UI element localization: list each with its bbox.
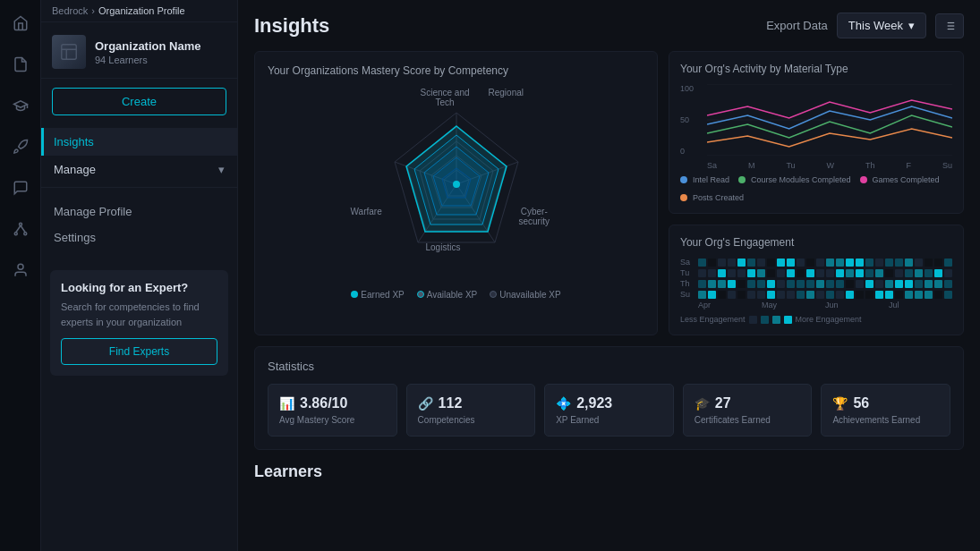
radar-label-warfare: Warfare (351, 207, 382, 216)
heatmap-cell (934, 269, 942, 277)
y-label-50: 50 (680, 115, 702, 124)
y-label-100: 100 (680, 84, 702, 93)
y-label-0: 0 (680, 147, 702, 156)
heatmap-cell (826, 269, 834, 277)
heatmap-cell (787, 291, 795, 299)
cert-label: Certificates Earned (695, 415, 801, 425)
legend-games: Games Completed (873, 175, 940, 184)
find-experts-button[interactable]: Find Experts (61, 338, 217, 365)
user-icon[interactable] (8, 258, 33, 283)
heatmap-cell (925, 269, 933, 277)
heatmap-cell (737, 259, 746, 267)
heatmap-cell (915, 280, 923, 288)
heatmap-cell (856, 259, 864, 267)
chat-icon[interactable] (8, 175, 33, 200)
export-button[interactable]: Export Data (766, 19, 828, 32)
heatmap-cell (856, 291, 864, 299)
svg-point-5 (18, 264, 23, 269)
file-icon[interactable] (8, 52, 33, 77)
rocket-icon[interactable] (8, 134, 33, 159)
heatmap-cell (787, 269, 795, 277)
heatmap-cell (777, 259, 785, 267)
graduation-icon[interactable] (8, 93, 33, 118)
legend-more: More Engagement (796, 315, 862, 324)
org-name: Organization Name (95, 39, 226, 53)
heatmap-cell (944, 291, 952, 299)
heatmap-cell (846, 291, 854, 299)
nav-item-insights[interactable]: Insights (41, 128, 237, 156)
nav-item-manage[interactable]: Manage ▾ (41, 156, 237, 183)
heatmap-cell (816, 269, 824, 277)
radar-label-science: Science andTech (421, 88, 470, 107)
heatmap-cell (757, 291, 765, 299)
svg-line-4 (21, 225, 25, 233)
heatmap-cell (875, 291, 883, 299)
line-chart-svg (707, 84, 952, 156)
filter-button[interactable] (935, 13, 964, 38)
heatmap-cell (777, 269, 785, 277)
heatmap-cell (757, 280, 765, 288)
radar-legend: Earned XP Available XP Unavailable XP (351, 290, 560, 300)
radar-label-logistics: Logistics (426, 242, 461, 252)
heatmap-cell (777, 291, 785, 299)
radar-chart-card: Your Organizations Mastery Score by Comp… (254, 51, 658, 335)
heatmap-cell (934, 291, 942, 299)
heatmap-cell (728, 269, 736, 277)
heatmap-cell (806, 280, 814, 288)
certificate-icon: 🎓 (695, 396, 710, 411)
x-label-w: W (827, 161, 835, 170)
y-axis: 100 50 0 (680, 84, 702, 156)
main-header: Insights Export Data This Week ▾ (254, 13, 964, 38)
heatmap-cell (846, 269, 854, 277)
heatmap-cell (826, 259, 834, 267)
heatmap-row: Tu (680, 268, 952, 277)
narrow-sidebar (0, 0, 41, 551)
breadcrumb-parent[interactable]: Bedrock (52, 5, 88, 16)
expert-desc: Search for competencies to find experts … (61, 300, 217, 329)
heatmap-cell (698, 291, 706, 299)
create-button[interactable]: Create (52, 88, 226, 115)
manage-profile-link[interactable]: Manage Profile (41, 199, 237, 225)
expert-box: Looking for an Expert? Search for compet… (50, 270, 228, 376)
heatmap-cell (708, 280, 716, 288)
heatmap-cell (944, 269, 952, 277)
org-header: Organization Name 94 Learners (41, 22, 237, 79)
cert-value: 27 (715, 395, 731, 411)
heatmap-cell (915, 259, 923, 267)
heatmap-cell (806, 269, 814, 277)
week-chevron-icon: ▾ (908, 19, 915, 32)
heatmap-cell (836, 259, 844, 267)
network-icon[interactable] (8, 216, 33, 242)
diamond-icon: 💠 (556, 396, 571, 411)
heatmap-cell (797, 269, 805, 277)
heatmap-cell (915, 269, 923, 277)
insights-label: Insights (54, 135, 94, 148)
competency-label: Competencies (418, 415, 524, 425)
heatmap-cell (797, 259, 805, 267)
x-label-f: F (906, 161, 911, 170)
heatmap-row: Su (680, 290, 952, 299)
legend-intel: Intel Read (693, 175, 729, 184)
heatmap-cell (885, 259, 893, 267)
stat-certificates: 🎓 27 Certificates Earned (683, 384, 813, 437)
stat-achievements: 🏆 56 Achievements Earned (821, 384, 950, 437)
heatmap-cell (787, 280, 795, 288)
learners-section: Learners (254, 462, 964, 481)
org-info: Organization Name 94 Learners (95, 39, 226, 65)
week-filter-button[interactable]: This Week ▾ (837, 13, 926, 38)
heatmap-cell (737, 269, 746, 277)
x-label-tu: Tu (786, 161, 795, 170)
x-label-m: M (748, 161, 755, 170)
svg-point-0 (19, 223, 21, 225)
heatmap-cell (806, 291, 814, 299)
heatmap-cell (846, 280, 854, 288)
heatmap-cell (728, 291, 736, 299)
heatmap-months: AprMayJunJul (680, 301, 952, 309)
engagement-title: Your Org's Engagement (680, 236, 952, 249)
home-icon[interactable] (8, 11, 33, 36)
heatmap-area: SaTuThSuAprMayJunJul (680, 258, 952, 309)
radar-container: Science andTech Regional Cyber-security … (268, 86, 644, 300)
heatmap-cell (885, 291, 893, 299)
left-nav-links: Manage Profile Settings (41, 187, 237, 261)
settings-link[interactable]: Settings (41, 225, 237, 250)
